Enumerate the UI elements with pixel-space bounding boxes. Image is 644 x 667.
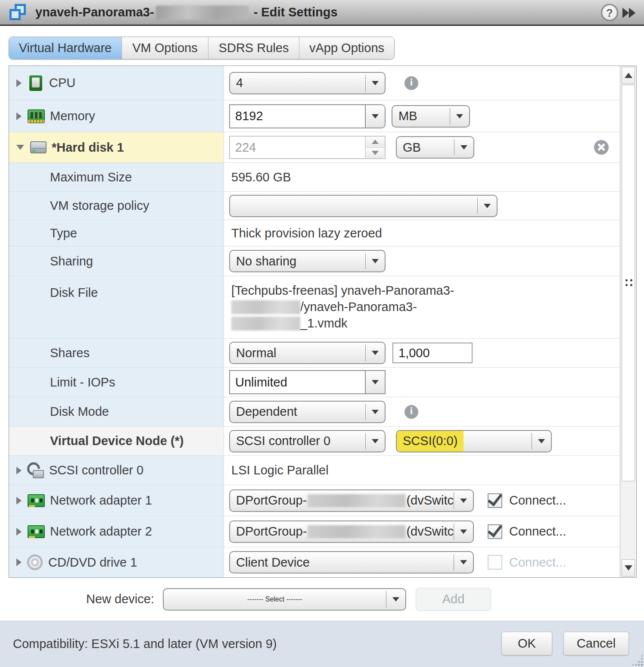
row-disk-mode: Disk Mode Dependent [9,397,620,427]
vm-storage-policy-value [230,196,477,216]
expand-arrow-icon[interactable] [16,112,22,120]
chevron-down-icon [454,521,473,542]
compatibility-text: Compatibility: ESXi 5.1 and later (VM ve… [13,620,277,667]
row-memory-value-cell: MB [224,100,620,132]
memory-icon [28,109,45,123]
row-virtual-device-node: Virtual Device Node (*) SCSI controller … [9,427,620,456]
remove-device-icon[interactable] [594,140,609,155]
chevron-down-icon [366,343,385,363]
redacted-portgroup [308,494,405,507]
controller-select[interactable]: SCSI controller 0 [229,430,386,452]
row-memory: Memory MB [9,100,620,132]
info-icon[interactable] [404,76,418,90]
redacted-vm-name [156,6,249,19]
collapse-arrow-icon[interactable] [16,145,24,150]
chevron-down-icon [366,251,385,271]
new-device-bar: New device: ------- Select ------- Add [0,578,644,620]
row-cd-dvd: CD/DVD drive 1 Client Device Connect... [9,547,620,577]
cpu-label: CPU [49,76,75,90]
disk-unit-select[interactable]: GB [396,136,474,159]
sharing-label: Sharing [50,254,93,268]
row-type-label-cell: Type [9,220,224,246]
disk-mode-select[interactable]: Dependent [229,401,386,423]
dialog-footer: Compatibility: ESXi 5.1 and later (VM ve… [0,620,644,667]
row-vm-storage-policy: VM storage policy [9,192,620,220]
row-scsi-controller-label-cell: SCSI controller 0 [9,456,224,485]
cd-dvd-select[interactable]: Client Device [229,551,474,573]
vm-storage-policy-select[interactable] [229,195,498,217]
tab-virtual-hardware[interactable]: Virtual Hardware [9,37,122,59]
row-network-adapter-1-value-cell: DPortGroup-(dvSwitc Connect... [224,485,620,516]
dialog-titlebar: ynaveh-Panorama3-- Edit Settings [0,0,644,26]
network-adapter-icon [28,494,45,507]
sharing-select[interactable]: No sharing [229,250,386,272]
expand-arrow-icon[interactable] [16,558,22,566]
row-disk-file-label-cell: Disk File [9,276,224,338]
scroll-up-icon[interactable] [622,67,635,84]
cpu-select[interactable]: 4 [229,72,386,94]
expand-arrow-icon[interactable] [16,528,22,536]
row-disk-file-value-cell: [Techpubs-freenas] ynaveh-Panorama3- /yn… [224,276,620,338]
cancel-button[interactable]: Cancel [563,632,629,655]
row-cpu-value-cell: 4 [224,66,620,100]
scroll-down-icon[interactable] [622,559,635,577]
ok-button[interactable]: OK [501,632,552,655]
row-shares-value-cell: Normal [224,339,620,367]
row-cd-dvd-label-cell: CD/DVD drive 1 [9,547,224,577]
row-memory-label-cell: Memory [9,100,224,132]
spinner-up-icon[interactable] [366,137,385,148]
expand-arrow-icon[interactable] [16,467,22,474]
popout-double-arrow-icon[interactable] [622,8,640,19]
chevron-down-icon[interactable] [365,105,385,128]
expand-arrow-icon[interactable] [16,497,22,505]
disk-size-input[interactable] [230,137,365,158]
limit-iops-input[interactable] [230,371,365,393]
row-hard-disk: *Hard disk 1 GB [9,132,620,163]
vertical-scrollbar[interactable] [620,66,636,577]
row-virtual-device-node-label-cell: Virtual Device Node (*) [9,427,224,455]
shares-amount-input[interactable] [393,343,472,362]
connect-label: Connect... [509,524,566,539]
row-hard-disk-value-cell: GB [224,132,620,162]
network-adapter-1-select[interactable]: DPortGroup-(dvSwitc [229,489,474,512]
disk-mode-label: Disk Mode [50,405,109,419]
limit-iops-combo [229,370,386,394]
row-limit-iops-label-cell: Limit - IOPs [9,368,224,397]
info-icon[interactable] [404,405,418,419]
cd-dvd-value: Client Device [230,552,454,573]
memory-input[interactable] [230,105,365,128]
chevron-down-icon[interactable] [365,371,385,393]
shares-select[interactable]: Normal [229,342,386,364]
connect-checkbox-disabled[interactable] [488,555,502,570]
tab-vapp-options[interactable]: vApp Options [299,37,394,59]
row-network-adapter-1-label-cell: Network adapter 1 [9,485,224,516]
device-node-select[interactable]: SCSI(0:0) [396,430,552,452]
connect-checkbox[interactable] [488,493,502,508]
network-adapter-1-label: Network adapter 1 [50,493,152,508]
expand-arrow-icon[interactable] [16,79,22,87]
redacted-portgroup [308,525,405,538]
network-adapter-2-select[interactable]: DPortGroup-(dvSwitc [229,521,474,543]
memory-unit-select[interactable]: MB [392,105,470,128]
new-device-select[interactable]: ------- Select ------- [163,588,406,611]
tab-vm-options[interactable]: VM Options [122,37,208,59]
chevron-down-icon [450,106,469,127]
disk-file-line2: /ynaveh-Panorama3- [229,299,620,315]
spinner-down-icon[interactable] [366,148,385,159]
disk-file-label: Disk File [50,286,98,300]
resize-grip-icon[interactable] [632,655,643,666]
scsi-controller-value: LSI Logic Parallel [229,463,329,477]
tab-sdrs-rules[interactable]: SDRS Rules [208,37,299,59]
add-device-button[interactable]: Add [416,588,491,611]
scrollbar-thumb[interactable] [622,85,635,481]
hard-disk-icon [30,141,47,153]
network-adapter-2-value: DPortGroup-(dvSwitc [230,521,454,542]
row-type: Type Thick provision lazy zeroed [9,220,620,246]
disk-unit-value: GB [397,137,454,158]
help-icon[interactable] [601,4,618,21]
row-limit-iops-value-cell [224,368,620,397]
chevron-down-icon [366,73,385,94]
device-node-value-highlighted: SCSI(0:0) [397,431,464,452]
connect-checkbox[interactable] [488,524,502,539]
chevron-down-icon [478,196,497,216]
